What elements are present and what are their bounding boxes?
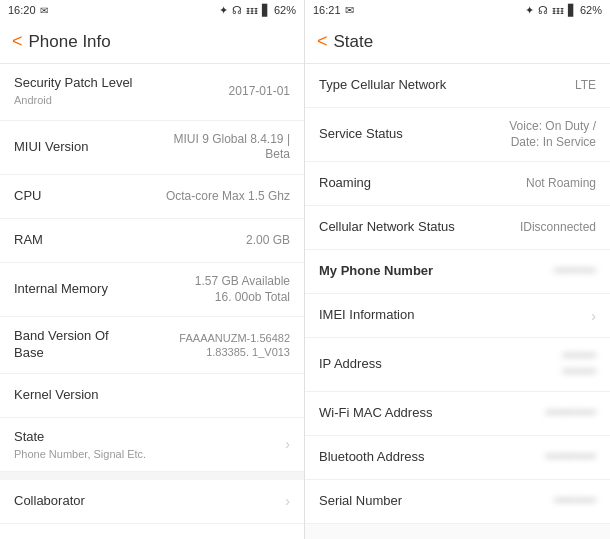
ip-address-row: IP Address ••••••••••••••••: [305, 338, 610, 392]
signal-icon: ᵻᵻᵻ: [246, 4, 258, 17]
battery-percent-right: 62%: [580, 4, 602, 16]
miui-value: MIUI 9 Global 8.4.19 |Beta: [173, 132, 290, 163]
service-status-value: Voice: On Duty /Date: In Service: [509, 119, 596, 150]
bluetooth-label: Bluetooth Address: [319, 449, 546, 466]
roaming-label: Roaming: [319, 175, 526, 192]
legal-information-row[interactable]: Legal Information ›: [0, 524, 304, 539]
battery-icon: ▋: [262, 4, 270, 17]
state-label-block: State Phone Number, Signal Etc.: [14, 429, 146, 460]
miui-label: MIUI Version: [14, 139, 173, 156]
band-value: FAAAANUZM-1.564821.83385. 1_V013: [179, 331, 290, 360]
collaborator-row[interactable]: Collaborator ›: [0, 480, 304, 524]
ram-row: RAM 2.00 GB: [0, 219, 304, 263]
security-patch-label: Security Patch LevelAndroid: [14, 75, 133, 109]
wifi-mac-row: Wi-Fi MAC Address ••••••••••••: [305, 392, 610, 436]
imei-chevron-icon: ›: [591, 308, 596, 324]
left-panel: 16:20 ✉ ✦ ☊ ᵻᵻᵻ ▋ 62% < Phone Info Secur…: [0, 0, 305, 539]
wifi-icon-right: ☊: [538, 4, 548, 17]
left-header-title: Phone Info: [29, 32, 111, 52]
left-status-icons: ✦ ☊ ᵻᵻᵻ ▋ 62%: [219, 4, 296, 17]
collaborator-chevron-icon: ›: [285, 493, 290, 509]
cellular-network-value: IDisconnected: [520, 220, 596, 236]
security-patch-row: Security Patch LevelAndroid 2017-01-01: [0, 64, 304, 121]
ip-label: IP Address: [319, 356, 562, 373]
service-status-row: Service Status Voice: On Duty /Date: In …: [305, 108, 610, 162]
back-button-right[interactable]: <: [317, 31, 328, 52]
security-patch-value: 2017-01-01: [229, 84, 290, 100]
bluetooth-icon: ✦: [219, 4, 228, 17]
type-cellular-row: Type Cellular Network LTE: [305, 64, 610, 108]
right-status-icons: ✦ ☊ ᵻᵻᵻ ▋ 62%: [525, 4, 602, 17]
serial-label: Serial Number: [319, 493, 554, 510]
back-button-left[interactable]: <: [12, 31, 23, 52]
wifi-mac-label: Wi-Fi MAC Address: [319, 405, 546, 422]
cellular-network-status-row: Cellular Network Status IDisconnected: [305, 206, 610, 250]
state-label: State: [14, 429, 146, 446]
my-phone-label: My Phone Number: [319, 263, 554, 280]
roaming-value: Not Roaming: [526, 176, 596, 192]
serial-number-row: Serial Number ••••••••••: [305, 480, 610, 524]
mail-icon: ✉: [345, 4, 354, 17]
left-status-time: 16:20 ✉: [8, 4, 48, 16]
left-info-list: Security Patch LevelAndroid 2017-01-01 M…: [0, 64, 304, 539]
collaborator-label: Collaborator: [14, 493, 279, 510]
wifi-mac-value: ••••••••••••: [546, 406, 596, 422]
my-phone-value: ••••••••••: [554, 264, 596, 280]
ram-value: 2.00 GB: [246, 233, 290, 249]
right-info-list: Type Cellular Network LTE Service Status…: [305, 64, 610, 539]
right-status-time: 16:21 ✉: [313, 4, 354, 17]
section-gap-1: [0, 472, 304, 480]
bluetooth-address-row: Bluetooth Address ••••••••••••: [305, 436, 610, 480]
right-status-bar: 16:21 ✉ ✦ ☊ ᵻᵻᵻ ▋ 62%: [305, 0, 610, 20]
cpu-value: Octa-core Max 1.5 Ghz: [166, 189, 290, 205]
cpu-label: CPU: [14, 188, 166, 205]
miui-version-row: MIUI Version MIUI 9 Global 8.4.19 |Beta: [0, 121, 304, 175]
notif-icon: ✉: [40, 5, 48, 16]
right-header: < State: [305, 20, 610, 64]
kernel-version-row: Kernel Version: [0, 374, 304, 418]
bt-icon-right: ✦: [525, 4, 534, 17]
internal-memory-value: 1.57 GB Available16. 00ob Total: [195, 274, 290, 305]
wifi-icon: ☊: [232, 4, 242, 17]
right-panel: 16:21 ✉ ✦ ☊ ᵻᵻᵻ ▋ 62% < State Type Cellu…: [305, 0, 610, 539]
cellular-network-label: Cellular Network Status: [319, 219, 520, 236]
band-label: Band Version OfBase: [14, 328, 179, 362]
time-left: 16:20: [8, 4, 36, 16]
my-phone-number-row: My Phone Number ••••••••••: [305, 250, 610, 294]
left-status-bar: 16:20 ✉ ✦ ☊ ᵻᵻᵻ ▋ 62%: [0, 0, 304, 20]
roaming-row: Roaming Not Roaming: [305, 162, 610, 206]
state-sublabel: Phone Number, Signal Etc.: [14, 448, 146, 460]
battery-percent-left: 62%: [274, 4, 296, 16]
cpu-row: CPU Octa-core Max 1.5 Ghz: [0, 175, 304, 219]
band-version-row: Band Version OfBase FAAAANUZM-1.564821.8…: [0, 317, 304, 374]
right-header-title: State: [334, 32, 374, 52]
state-chevron-icon: ›: [285, 436, 290, 452]
time-right: 16:21: [313, 4, 341, 16]
battery-icon-right: ▋: [568, 4, 576, 17]
type-cellular-value: LTE: [575, 78, 596, 94]
signal-icon-right: ᵻᵻᵻ: [552, 4, 564, 17]
internal-memory-row: Internal Memory 1.57 GB Available16. 00o…: [0, 263, 304, 317]
kernel-label: Kernel Version: [14, 387, 290, 404]
internal-memory-label: Internal Memory: [14, 281, 195, 298]
bluetooth-value: ••••••••••••: [546, 450, 596, 466]
ip-value: ••••••••••••••••: [562, 349, 596, 380]
type-cellular-label: Type Cellular Network: [319, 77, 575, 94]
state-row[interactable]: State Phone Number, Signal Etc. ›: [0, 418, 304, 472]
ram-label: RAM: [14, 232, 246, 249]
serial-value: ••••••••••: [554, 494, 596, 510]
imei-row[interactable]: IMEI Information ›: [305, 294, 610, 338]
imei-label: IMEI Information: [319, 307, 585, 324]
service-status-label: Service Status: [319, 126, 509, 143]
left-header: < Phone Info: [0, 20, 304, 64]
